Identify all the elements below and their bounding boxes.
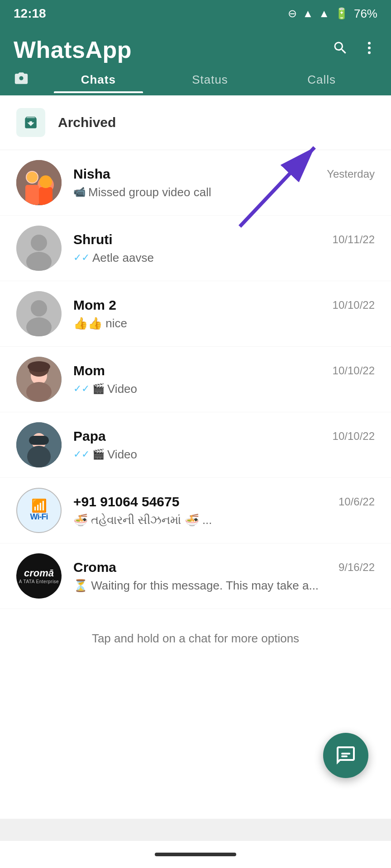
chat-name-row-nisha: Nisha Yesterday [73,166,375,182]
svg-point-10 [27,172,38,183]
chat-list: Nisha Yesterday 📹 Missed group video cal… [0,150,391,609]
header-actions [332,40,377,60]
svg-rect-27 [341,753,350,755]
chat-info-nisha: Nisha Yesterday 📹 Missed group video cal… [73,166,375,199]
status-bar: 12:18 ⊖ ▲ ▲ 🔋 76% [0,0,391,27]
content-area: Archived Nisha Yesterday [0,95,391,819]
chat-item-papa[interactable]: Papa 10/10/22 ✓✓ 🎬 Video [0,412,391,478]
nav-bar [0,841,391,868]
archived-icon [16,108,45,137]
tab-status[interactable]: Status [154,73,266,93]
tab-calls[interactable]: Calls [266,73,377,93]
chat-name-row-mom: Mom 10/10/22 [73,363,375,378]
svg-rect-28 [341,755,348,757]
chat-name-row-papa: Papa 10/10/22 [73,429,375,444]
status-icons: ⊖ ▲ ▲ 🔋 76% [288,7,377,21]
chat-time-mom2: 10/10/22 [333,299,375,311]
wifi-icon: ▲ [302,7,313,20]
chat-time-shruti: 10/11/22 [333,233,375,246]
svg-point-1 [368,47,371,49]
chat-time-papa: 10/10/22 [333,430,375,443]
svg-point-0 [368,42,371,44]
chat-preview-nisha: 📹 Missed group video call [73,185,375,199]
chat-item-shruti[interactable]: Shruti 10/11/22 ✓✓ Aetle aavse [0,216,391,281]
avatar-mom2 [16,291,62,336]
avatar-mom [16,357,62,402]
chat-preview-mom2: 👍👍 nice [73,316,375,330]
avatar-shruti [16,226,62,271]
chat-item-wifi[interactable]: 📶 Wi-Fi +91 91064 54675 10/6/22 🍜 તહેવાર… [0,478,391,543]
chat-name-mom2: Mom 2 [73,297,116,313]
svg-point-11 [39,175,52,188]
svg-rect-9 [39,187,52,205]
avatar-wifi: 📶 Wi-Fi [16,488,62,533]
svg-point-22 [28,361,50,372]
svg-rect-26 [29,436,49,445]
svg-point-13 [31,235,47,251]
chat-name-papa: Papa [73,429,106,444]
header-top: WhatsApp [14,36,377,63]
chat-info-shruti: Shruti 10/11/22 ✓✓ Aetle aavse [73,232,375,265]
camera-icon[interactable] [14,71,29,95]
chat-info-mom2: Mom 2 10/10/22 👍👍 nice [73,297,375,330]
avatar-papa [16,422,62,467]
chat-name-row-wifi: +91 91064 54675 10/6/22 [73,494,375,509]
header: WhatsApp Chats [0,27,391,95]
nav-indicator [155,853,236,856]
svg-point-25 [27,446,51,467]
signal-icon: ▲ [319,7,329,20]
avatar-croma: cromā A TATA Enterprise [16,553,62,599]
chat-info-wifi: +91 91064 54675 10/6/22 🍜 તહેવારની સીઝનમ… [73,494,375,527]
chat-time-mom: 10/10/22 [333,364,375,377]
chat-name-row-shruti: Shruti 10/11/22 [73,232,375,247]
battery-level: 76% [354,7,377,21]
chat-preview-shruti: ✓✓ Aetle aavse [73,251,375,265]
chat-item-mom[interactable]: Mom 10/10/22 ✓✓ 🎬 Video [0,347,391,412]
chat-info-mom: Mom 10/10/22 ✓✓ 🎬 Video [73,363,375,396]
archived-label: Archived [58,115,116,130]
chat-name-row-croma: Croma 9/16/22 [73,560,375,575]
chat-time-croma: 9/16/22 [339,561,375,574]
archived-row[interactable]: Archived [0,95,391,150]
status-time: 12:18 [14,6,46,21]
svg-point-2 [368,51,371,54]
app-title: WhatsApp [14,36,132,63]
search-icon[interactable] [332,40,348,60]
chat-name-shruti: Shruti [73,232,113,247]
chat-item-mom2[interactable]: Mom 2 10/10/22 👍👍 nice [0,281,391,347]
svg-point-16 [31,300,47,316]
tip-text: Tap and hold on a chat for more options [0,609,391,659]
chat-preview-mom: ✓✓ 🎬 Video [73,382,375,396]
chat-item-nisha[interactable]: Nisha Yesterday 📹 Missed group video cal… [0,150,391,216]
svg-rect-8 [25,185,39,205]
more-options-icon[interactable] [361,40,377,60]
chat-name-croma: Croma [73,560,116,575]
chat-name-row-mom2: Mom 2 10/10/22 [73,297,375,313]
chat-info-papa: Papa 10/10/22 ✓✓ 🎬 Video [73,429,375,462]
chat-time-wifi: 10/6/22 [339,495,375,508]
svg-point-17 [26,317,52,336]
chat-name-wifi: +91 91064 54675 [73,494,179,509]
svg-point-14 [26,252,52,271]
chat-name-mom: Mom [73,363,105,378]
chat-preview-croma: ⏳ Waiting for this message. This may tak… [73,579,375,593]
chat-name-nisha: Nisha [73,166,110,182]
chat-preview-wifi: 🍜 તહેવારની સીઝનમાં 🍜 ... [73,513,375,527]
chat-item-croma[interactable]: cromā A TATA Enterprise Croma 9/16/22 ⏳ … [0,543,391,609]
new-chat-fab[interactable] [323,733,368,778]
svg-point-20 [26,382,52,402]
avatar-nisha [16,160,62,205]
tab-chats[interactable]: Chats [43,73,154,93]
tabs: Chats Status Calls [14,71,377,95]
dnd-icon: ⊖ [288,7,297,20]
chat-info-croma: Croma 9/16/22 ⏳ Waiting for this message… [73,560,375,593]
battery-icon: 🔋 [335,7,348,20]
chat-preview-papa: ✓✓ 🎬 Video [73,448,375,462]
chat-time-nisha: Yesterday [327,168,375,180]
